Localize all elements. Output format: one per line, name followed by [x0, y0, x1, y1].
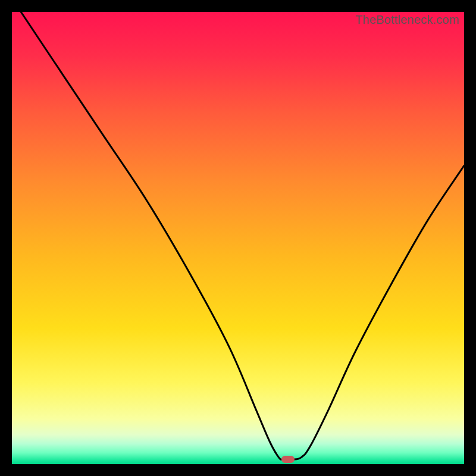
plot-area: TheBottleneck.com — [12, 12, 464, 464]
optimal-point-marker — [281, 456, 295, 463]
chart-frame: TheBottleneck.com — [0, 0, 476, 476]
bottleneck-curve — [12, 12, 464, 464]
watermark-text: TheBottleneck.com — [355, 13, 459, 27]
